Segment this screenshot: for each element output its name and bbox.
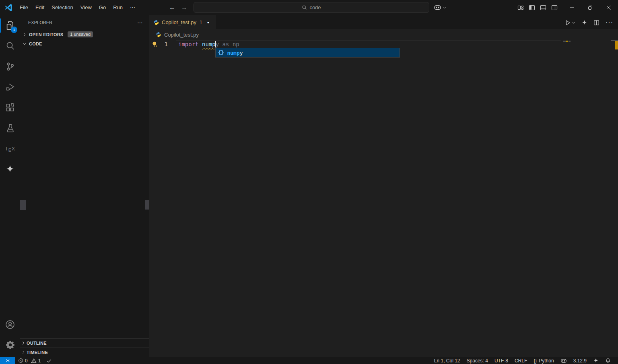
- breadcrumb-filename[interactable]: Copilot_test.py: [164, 32, 199, 38]
- notifications-bell[interactable]: [602, 357, 614, 364]
- forward-button[interactable]: →: [181, 4, 187, 11]
- unsaved-badge: 1 unsaved: [68, 31, 93, 37]
- minimap[interactable]: [563, 41, 571, 42]
- remote-indicator[interactable]: [0, 357, 15, 364]
- suggest-item-numpy[interactable]: numpy: [227, 50, 243, 56]
- editor-toolbar: ···: [565, 19, 613, 26]
- python-interpreter-status[interactable]: 3.12.9: [570, 357, 590, 364]
- eol-status[interactable]: CRLF: [511, 357, 530, 364]
- run-python-file-button[interactable]: [565, 20, 575, 26]
- code-line-1[interactable]: import numpy as np: [178, 41, 239, 48]
- outline-label: OUTLINE: [27, 341, 47, 345]
- menu-go[interactable]: Go: [95, 0, 109, 15]
- activity-item-extensions[interactable]: [0, 97, 20, 118]
- settings-button[interactable]: [0, 335, 20, 355]
- tab-problem-count: 1: [200, 20, 202, 25]
- overview-ruler-warning-mark: [615, 41, 618, 49]
- toggle-secondary-sidebar-icon[interactable]: [549, 2, 560, 13]
- toggle-panel-icon[interactable]: [538, 2, 549, 13]
- tab-copilot-test-py[interactable]: Copilot_test.py 1 ●: [149, 15, 216, 29]
- copilot-titlebar-button[interactable]: [434, 2, 447, 13]
- python-file-icon: [156, 32, 161, 37]
- activity-item-explorer[interactable]: 1: [0, 15, 20, 36]
- unsaved-dot-icon[interactable]: ●: [207, 21, 209, 25]
- editor-group: Copilot_test.py 1 ● ··· Copilot_test.py: [149, 15, 618, 357]
- close-button[interactable]: [599, 0, 618, 15]
- accounts-button[interactable]: [0, 314, 20, 335]
- restore-button[interactable]: [581, 0, 599, 15]
- activity-item-latex[interactable]: TEX: [0, 138, 20, 159]
- timeline-label: TIMELINE: [27, 350, 48, 355]
- titlebar: File Edit Selection View Go Run ⋯ ← → co…: [0, 0, 618, 15]
- chevron-right-icon: [21, 341, 25, 345]
- activity-item-testing[interactable]: [0, 118, 20, 138]
- menu-file[interactable]: File: [16, 0, 32, 15]
- code-editor[interactable]: 1 import numpy as np {} numpy: [149, 40, 618, 357]
- status-bar: 0 1 Ln 1, Col 12 Spaces: 4 UTF-8 CRLF {}…: [0, 357, 618, 364]
- activity-bar: 1 TEX: [0, 15, 20, 357]
- breadcrumb[interactable]: Copilot_test.py: [149, 29, 618, 40]
- explorer-badge: 1: [11, 27, 17, 33]
- typed-identifier-token: nump: [202, 41, 216, 47]
- timeline-section[interactable]: TIMELINE: [20, 348, 149, 357]
- extensions-icon: [6, 103, 15, 112]
- history-navigation: ← →: [169, 0, 187, 15]
- folder-section-code[interactable]: CODE: [20, 39, 149, 48]
- problems-status[interactable]: 0 1: [15, 357, 43, 364]
- customize-layout-icon[interactable]: [515, 2, 526, 13]
- sidebar-right-scrollbar-thumb[interactable]: [145, 200, 149, 210]
- cursor-position-status[interactable]: Ln 1, Col 12: [431, 357, 464, 364]
- split-editor-button[interactable]: [593, 20, 599, 26]
- chevron-down-icon: [443, 6, 447, 10]
- indentation-status[interactable]: Spaces: 4: [464, 357, 491, 364]
- braces-icon: {}: [534, 358, 537, 364]
- inline-suggestion-ghost-text: y as np: [216, 41, 239, 47]
- menubar: File Edit Selection View Go Run ⋯: [16, 0, 139, 15]
- check-status[interactable]: [43, 357, 55, 364]
- copilot-edit-button[interactable]: [581, 20, 587, 26]
- copilot-status[interactable]: [557, 357, 570, 364]
- more-actions-button[interactable]: ···: [606, 19, 613, 26]
- error-count: 0: [25, 358, 28, 364]
- activity-item-source-control[interactable]: [0, 56, 20, 77]
- file-tree-empty-area[interactable]: [20, 48, 149, 338]
- sidebar-left-scrollbar-thumb[interactable]: [20, 200, 26, 210]
- command-center-search[interactable]: code: [194, 2, 429, 13]
- intellisense-suggest-widget[interactable]: {} numpy: [215, 48, 400, 58]
- copilot-sparkle-status[interactable]: [590, 357, 602, 364]
- tab-filename: Copilot_test.py: [162, 19, 196, 25]
- open-editors-section[interactable]: OPEN EDITORS 1 unsaved: [20, 30, 149, 39]
- gear-icon: [6, 340, 15, 350]
- activity-item-copilot-chat[interactable]: [0, 159, 20, 179]
- tex-icon: TEX: [5, 146, 15, 152]
- encoding-status[interactable]: UTF-8: [491, 357, 511, 364]
- back-button[interactable]: ←: [169, 4, 175, 11]
- menu-run[interactable]: Run: [109, 0, 126, 15]
- activity-item-run-debug[interactable]: [0, 77, 20, 97]
- sparkle-icon: [593, 358, 599, 364]
- status-bar-right: Ln 1, Col 12 Spaces: 4 UTF-8 CRLF {} Pyt…: [431, 357, 618, 364]
- source-control-icon: [6, 62, 15, 71]
- remote-icon: [5, 358, 10, 363]
- menu-more-icon[interactable]: ⋯: [126, 0, 139, 15]
- search-icon: [6, 41, 15, 51]
- outline-section[interactable]: OUTLINE: [20, 338, 149, 348]
- toggle-primary-sidebar-icon[interactable]: [526, 2, 538, 13]
- minimap-code-mark: [569, 41, 571, 42]
- language-label: Python: [539, 358, 554, 364]
- layout-controls: [515, 0, 560, 15]
- language-mode-status[interactable]: {} Python: [530, 357, 557, 364]
- menu-selection[interactable]: Selection: [48, 0, 76, 15]
- lightbulb-sparkle-icon[interactable]: [151, 41, 158, 48]
- sidebar-more-actions-icon[interactable]: ⋯: [137, 19, 143, 26]
- overview-ruler-cursor-mark: [611, 40, 618, 41]
- chevron-right-icon: [21, 350, 25, 354]
- menu-view[interactable]: View: [77, 0, 95, 15]
- sidebar-title: EXPLORER: [28, 20, 52, 25]
- error-icon: [18, 358, 23, 363]
- activity-item-search[interactable]: [0, 36, 20, 56]
- warning-count: 1: [38, 358, 41, 364]
- minimize-button[interactable]: [562, 0, 581, 15]
- menu-edit[interactable]: Edit: [32, 0, 48, 15]
- bell-icon: [605, 358, 611, 364]
